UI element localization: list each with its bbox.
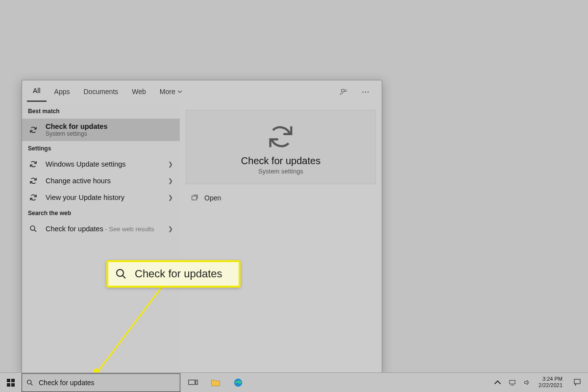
tab-more[interactable]: More bbox=[154, 83, 188, 101]
result-update-history[interactable]: View your Update history ❯ bbox=[22, 189, 180, 206]
svg-point-2 bbox=[365, 91, 366, 92]
tab-apps[interactable]: Apps bbox=[49, 83, 76, 101]
open-action[interactable]: Open bbox=[186, 191, 376, 205]
search-icon bbox=[115, 268, 127, 280]
refresh-icon bbox=[28, 176, 39, 185]
edge-icon bbox=[233, 377, 244, 388]
result-subtitle: System settings bbox=[46, 130, 108, 137]
svg-point-4 bbox=[30, 226, 35, 230]
svg-rect-10 bbox=[7, 383, 10, 387]
callout-bubble: Check for updates bbox=[106, 260, 241, 288]
open-label: Open bbox=[204, 194, 221, 202]
result-change-active-hours[interactable]: Change active hours ❯ bbox=[22, 172, 180, 189]
result-windows-update-settings[interactable]: Windows Update settings ❯ bbox=[22, 156, 180, 172]
detail-title: Check for updates bbox=[241, 155, 320, 167]
chevron-right-icon: ❯ bbox=[168, 161, 173, 168]
search-icon bbox=[28, 224, 39, 233]
detail-subtitle: System settings bbox=[258, 168, 303, 175]
svg-rect-13 bbox=[189, 380, 195, 384]
speaker-icon bbox=[523, 379, 531, 386]
tab-all[interactable]: All bbox=[27, 82, 47, 102]
desktop: All Apps Documents Web More Best match bbox=[0, 0, 588, 392]
file-explorer-button[interactable] bbox=[206, 373, 225, 392]
edge-button[interactable] bbox=[228, 373, 248, 392]
chevron-right-icon: ❯ bbox=[168, 194, 173, 201]
clock-time: 3:24 PM bbox=[539, 376, 563, 382]
result-title: Check for updates bbox=[46, 122, 108, 130]
tray-network[interactable] bbox=[506, 372, 518, 392]
section-best-match: Best match bbox=[22, 104, 180, 119]
result-title: View your Update history bbox=[46, 194, 124, 201]
svg-rect-17 bbox=[574, 379, 580, 384]
result-title: Check for updates - See web results bbox=[46, 225, 154, 233]
tab-web[interactable]: Web bbox=[126, 83, 152, 101]
result-web-search[interactable]: Check for updates - See web results ❯ bbox=[22, 220, 180, 237]
open-icon bbox=[191, 194, 198, 202]
svg-rect-11 bbox=[11, 383, 15, 387]
chevron-right-icon: ❯ bbox=[168, 225, 173, 232]
chevron-up-icon bbox=[494, 379, 501, 386]
result-title: Change active hours bbox=[46, 177, 111, 185]
tray-overflow[interactable] bbox=[491, 372, 503, 392]
action-center-button[interactable] bbox=[568, 372, 586, 392]
section-settings: Settings bbox=[22, 141, 180, 156]
more-icon[interactable] bbox=[357, 84, 374, 100]
tab-documents[interactable]: Documents bbox=[77, 83, 124, 101]
taskbar: 3:24 PM 2/22/2021 bbox=[0, 372, 588, 392]
tray-volume[interactable] bbox=[521, 372, 533, 392]
svg-rect-14 bbox=[196, 380, 198, 384]
result-title: Windows Update settings bbox=[46, 160, 126, 168]
refresh-icon bbox=[265, 121, 296, 152]
refresh-icon bbox=[28, 193, 39, 202]
results-panel: Best match Check for updates System sett… bbox=[22, 104, 180, 373]
svg-point-12 bbox=[27, 380, 31, 384]
task-view-icon bbox=[188, 377, 198, 388]
search-flyout: All Apps Documents Web More Best match bbox=[22, 80, 382, 374]
chevron-right-icon: ❯ bbox=[168, 177, 173, 184]
svg-rect-8 bbox=[7, 379, 10, 382]
svg-rect-16 bbox=[509, 380, 514, 384]
refresh-icon bbox=[28, 160, 39, 169]
refresh-icon bbox=[28, 125, 39, 134]
search-input[interactable] bbox=[39, 379, 176, 387]
callout-text: Check for updates bbox=[135, 268, 222, 280]
windows-logo-icon bbox=[7, 379, 15, 387]
tab-more-label: More bbox=[160, 88, 175, 96]
detail-panel: Check for updates System settings Open bbox=[180, 104, 382, 373]
start-button[interactable] bbox=[0, 373, 22, 392]
svg-rect-9 bbox=[11, 379, 15, 382]
svg-point-3 bbox=[368, 91, 368, 92]
clock-date: 2/22/2021 bbox=[539, 382, 563, 389]
svg-rect-5 bbox=[192, 196, 196, 200]
notification-icon bbox=[573, 378, 582, 387]
feedback-icon[interactable] bbox=[336, 84, 352, 100]
svg-point-7 bbox=[117, 270, 123, 276]
detail-card: Check for updates System settings bbox=[186, 110, 376, 184]
svg-point-1 bbox=[363, 91, 364, 92]
taskbar-search[interactable] bbox=[22, 373, 180, 392]
task-view-button[interactable] bbox=[183, 373, 203, 392]
taskbar-clock[interactable]: 3:24 PM 2/22/2021 bbox=[536, 376, 565, 389]
flyout-tabs: All Apps Documents Web More bbox=[22, 80, 382, 104]
svg-point-0 bbox=[342, 89, 344, 92]
system-tray: 3:24 PM 2/22/2021 bbox=[491, 372, 588, 392]
result-best-match[interactable]: Check for updates System settings bbox=[22, 119, 180, 141]
monitor-icon bbox=[509, 379, 516, 386]
folder-icon bbox=[210, 377, 221, 388]
chevron-down-icon bbox=[177, 89, 182, 94]
section-web: Search the web bbox=[22, 206, 180, 220]
search-icon bbox=[26, 379, 34, 387]
